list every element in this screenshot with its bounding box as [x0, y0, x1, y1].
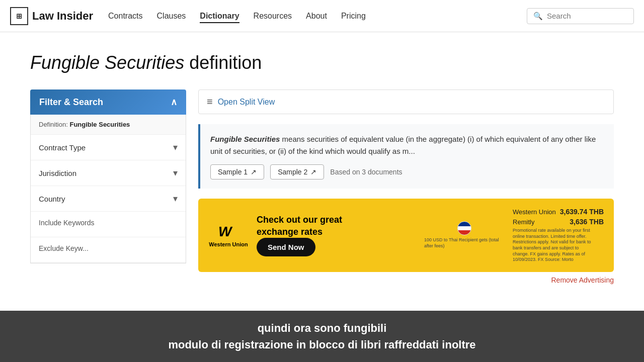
definition-label: Definition:: [39, 121, 68, 128]
ad-headline-text: Check out our great exchange rates: [257, 214, 416, 238]
definition-box: Fungible Securities means securities of …: [198, 124, 614, 189]
search-input[interactable]: [547, 12, 627, 20]
wu-logo: W Western Union: [208, 223, 249, 247]
thailand-flag: [457, 221, 471, 235]
ad-banner: W Western Union Check out our great exch…: [198, 199, 614, 272]
ad-headline-line2: exchange rates: [257, 226, 416, 238]
nav-about[interactable]: About: [306, 12, 327, 22]
search-icon: 🔍: [533, 12, 543, 21]
sidebar: Filter & Search ∧ Definition: Fungible S…: [30, 89, 186, 284]
jurisdiction-arrow: ▾: [173, 167, 178, 178]
include-keywords-label: Include Keywords: [39, 219, 178, 227]
jurisdiction-label: Jurisdiction: [39, 169, 76, 177]
filter-body: Definition: Fungible Securities Contract…: [30, 115, 186, 263]
ad-promo-text: Promotional rate available on your first…: [513, 228, 593, 263]
external-link-icon-2: ↗: [310, 168, 316, 176]
sample-1-button[interactable]: Sample 1 ↗: [210, 164, 264, 179]
rate-provider-1: Western Union: [513, 208, 556, 216]
split-view-icon: ≡: [207, 96, 213, 108]
search-bar[interactable]: 🔍: [527, 8, 634, 24]
exclude-keywords-label: Exclude Keyw...: [39, 244, 178, 252]
collapse-icon[interactable]: ∧: [171, 97, 177, 108]
nav-links: Contracts Clauses Dictionary Resources A…: [108, 12, 366, 21]
country-label: Country: [39, 195, 65, 203]
logo-text: Law Insider: [32, 10, 93, 23]
content-area: Filter & Search ∧ Definition: Fungible S…: [30, 89, 614, 284]
filter-header: Filter & Search ∧: [30, 89, 186, 115]
split-view-label: Open Split View: [218, 98, 275, 107]
rate-row-2: Remitly 3,636 THB: [513, 218, 604, 226]
rate-provider-2: Remitly: [513, 218, 534, 226]
sample-1-label: Sample 1: [218, 168, 248, 176]
nav-clauses[interactable]: Clauses: [157, 12, 186, 22]
logo-icon: ⊞: [10, 7, 28, 25]
ad-rates: Western Union 3,639.74 THB Remitly 3,636…: [513, 208, 604, 263]
country-arrow: ▾: [173, 193, 178, 204]
sample-links: Sample 1 ↗ Sample 2 ↗ Based on 3 documen…: [210, 164, 604, 179]
external-link-icon-1: ↗: [251, 168, 257, 176]
ad-flag-section: 100 USD to Thai Recipient gets (total af…: [424, 221, 505, 249]
page-title: Fungible Securities definition: [30, 52, 614, 73]
rate-value-2: 3,636 THB: [570, 218, 604, 226]
remove-advertising-link[interactable]: Remove Advertising: [198, 276, 614, 284]
ad-destination: 100 USD to Thai Recipient gets (total af…: [424, 237, 505, 249]
page-title-italic: Fungible Securities: [30, 52, 184, 73]
definition-term: Fungible Securities: [210, 135, 280, 143]
exclude-keywords-field: Exclude Keyw...: [31, 237, 186, 263]
definition-value: Fungible Securities: [69, 121, 130, 128]
definition-text: Fungible Securities means securities of …: [210, 133, 604, 157]
nav-contracts[interactable]: Contracts: [108, 12, 142, 22]
contract-type-label: Contract Type: [39, 143, 86, 152]
rate-row-1: Western Union 3,639.74 THB: [513, 208, 604, 216]
nav-pricing[interactable]: Pricing: [341, 12, 366, 22]
contract-type-dropdown[interactable]: Contract Type ▾: [31, 135, 186, 160]
nav-resources[interactable]: Resources: [254, 12, 292, 22]
rate-value-1: 3,639.74 THB: [560, 208, 604, 216]
sample-2-label: Sample 2: [278, 168, 307, 176]
page-title-normal: definition: [189, 52, 262, 73]
svg-text:W: W: [218, 224, 233, 238]
navigation: ⊞ Law Insider Contracts Clauses Dictiona…: [0, 0, 644, 32]
split-view-button[interactable]: ≡ Open Split View: [198, 89, 614, 114]
ad-headline-line1: Check out our great: [257, 214, 416, 226]
country-dropdown[interactable]: Country ▾: [31, 186, 186, 212]
nav-dictionary[interactable]: Dictionary: [200, 12, 239, 23]
definition-tag: Definition: Fungible Securities: [31, 115, 186, 135]
wu-symbol: W: [218, 223, 238, 241]
contract-type-arrow: ▾: [173, 142, 178, 153]
filter-title: Filter & Search: [39, 97, 103, 108]
send-now-button[interactable]: Send Now: [257, 238, 315, 256]
wu-name: Western Union: [209, 241, 248, 247]
main-content: ≡ Open Split View Fungible Securities me…: [198, 89, 614, 284]
include-keywords-field: Include Keywords: [31, 212, 186, 237]
sample-2-button[interactable]: Sample 2 ↗: [270, 164, 324, 179]
jurisdiction-dropdown[interactable]: Jurisdiction ▾: [31, 160, 186, 186]
logo[interactable]: ⊞ Law Insider: [10, 7, 93, 25]
page-content: Fungible Securities definition Filter & …: [0, 32, 644, 304]
ad-headline: Check out our great exchange rates Send …: [257, 214, 416, 256]
based-on-text: Based on 3 documents: [330, 168, 402, 176]
